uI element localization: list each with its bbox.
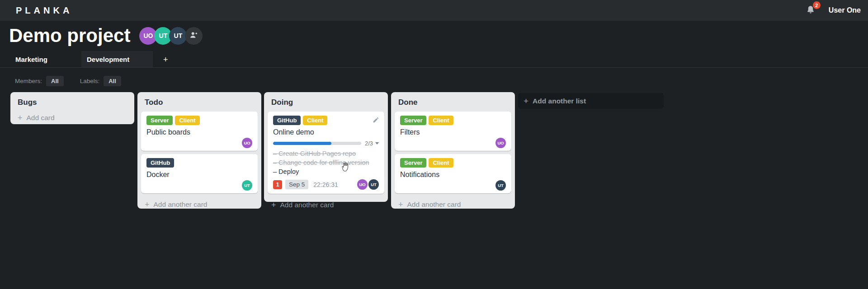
card-member-avatar: UT (495, 180, 506, 191)
task-item: Deploy (273, 167, 379, 176)
card-member-avatar: UO (357, 179, 368, 190)
tab-marketing[interactable]: Marketing (10, 51, 81, 67)
list-done: Done Server Client Filters UO Server Cli… (391, 92, 515, 209)
card-avatars: UO (400, 138, 506, 148)
pencil-icon (373, 118, 379, 125)
board-tabs: Marketing Development + (0, 51, 868, 68)
card-avatars: UO (146, 138, 252, 148)
plus-icon: + (398, 201, 403, 208)
card-title: Docker (146, 171, 252, 179)
project-members: UO UT UT (139, 27, 203, 45)
stopwatch-badge[interactable]: 22:26:31 (313, 181, 338, 188)
due-date-badge[interactable]: Sep 5 (285, 180, 308, 189)
card-member-avatar: UT (368, 179, 379, 190)
list-bugs: Bugs + Add card (10, 92, 134, 124)
tasks-progress: 2/3 (273, 140, 379, 147)
member-avatar[interactable]: UT (169, 27, 187, 45)
card-notifications[interactable]: Server Client Notifications UT (395, 154, 511, 193)
label-client[interactable]: Client (175, 116, 199, 125)
progress-bar (273, 142, 361, 145)
list-doing: Doing GitHub Client Online demo 2/3 (264, 92, 388, 202)
card-docker[interactable]: GitHub Docker UT (141, 154, 258, 193)
planka-logo[interactable]: PLANKA (16, 5, 72, 16)
label-github[interactable]: GitHub (146, 158, 174, 168)
page-title[interactable]: Demo project (9, 26, 130, 45)
progress-fill (273, 142, 331, 145)
add-card-button[interactable]: + Add another card (264, 197, 388, 215)
planka-app: PLANKA 2 User One Demo project UO UT UT (0, 0, 868, 289)
card-title: Public boards (146, 128, 252, 136)
tab-development[interactable]: Development (81, 51, 153, 67)
list-todo: Todo Server Client Public boards UO GitH… (137, 92, 261, 209)
add-card-button[interactable]: + Add another card (137, 196, 261, 214)
list-title[interactable]: Todo (137, 92, 261, 110)
edit-card-button[interactable] (372, 116, 380, 126)
project-header: Demo project UO UT UT (9, 26, 203, 45)
card-online-demo[interactable]: GitHub Client Online demo 2/3 Create Git… (268, 112, 384, 194)
card-labels: Server Client (146, 116, 252, 125)
label-client[interactable]: Client (429, 158, 453, 168)
filter-bar: Members: All Labels: All (15, 76, 121, 86)
chevron-down-icon (375, 142, 379, 144)
label-server[interactable]: Server (400, 158, 426, 168)
card-avatars: UO UT (357, 179, 379, 190)
card-title: Online demo (273, 128, 379, 136)
topbar-right: 2 User One (805, 5, 861, 16)
members-filter-label: Members: (15, 78, 42, 84)
card-title: Notifications (400, 171, 506, 179)
task-item: Change code for offline version (273, 158, 379, 167)
list-title[interactable]: Done (391, 92, 515, 110)
list-title[interactable]: Doing (264, 92, 388, 110)
card-filters[interactable]: Server Client Filters UO (395, 112, 511, 151)
label-github[interactable]: GitHub (273, 116, 301, 125)
card-avatars: UT (146, 180, 252, 191)
card-meta: 1 Sep 5 22:26:31 UO UT (273, 179, 379, 190)
label-client[interactable]: Client (429, 116, 453, 125)
task-item: Create GitHub Pages repo (273, 149, 379, 158)
label-server[interactable]: Server (146, 116, 173, 125)
add-list-button[interactable]: + Add another list (518, 93, 664, 109)
card-labels: GitHub Client (273, 116, 379, 125)
label-client[interactable]: Client (303, 116, 327, 125)
labels-filter-label: Labels: (80, 78, 100, 84)
card-member-avatar: UO (495, 138, 506, 148)
top-bar: PLANKA 2 User One (0, 0, 868, 21)
label-server[interactable]: Server (400, 116, 426, 125)
plus-icon: + (163, 55, 168, 64)
add-user-icon (189, 30, 198, 41)
card-labels: Server Client (400, 116, 506, 125)
plus-icon: + (145, 201, 150, 208)
card-public-boards[interactable]: Server Client Public boards UO (141, 112, 258, 151)
plus-icon: + (271, 202, 276, 208)
plus-icon: + (524, 98, 528, 104)
card-labels: GitHub (146, 158, 252, 168)
add-board-button[interactable]: + (160, 51, 172, 67)
labels-filter-value[interactable]: All (104, 76, 121, 86)
add-member-button[interactable] (185, 27, 203, 45)
card-member-avatar: UO (242, 138, 252, 148)
card-member-avatar: UT (242, 180, 252, 191)
members-filter-value[interactable]: All (46, 76, 64, 86)
card-avatars: UT (400, 180, 506, 191)
card-notification-badge: 1 (273, 180, 282, 189)
bell-icon (805, 9, 816, 17)
notifications-button[interactable]: 2 (805, 5, 817, 16)
card-labels: Server Client (400, 158, 506, 168)
notification-count-badge: 2 (813, 1, 821, 9)
add-card-button[interactable]: + Add card (10, 110, 134, 128)
card-title: Filters (400, 128, 506, 136)
plus-icon: + (18, 115, 23, 121)
list-title[interactable]: Bugs (10, 92, 134, 110)
tasks-toggle[interactable]: 2/3 (365, 140, 379, 147)
add-card-button[interactable]: + Add another card (391, 196, 515, 214)
user-menu[interactable]: User One (829, 6, 861, 14)
